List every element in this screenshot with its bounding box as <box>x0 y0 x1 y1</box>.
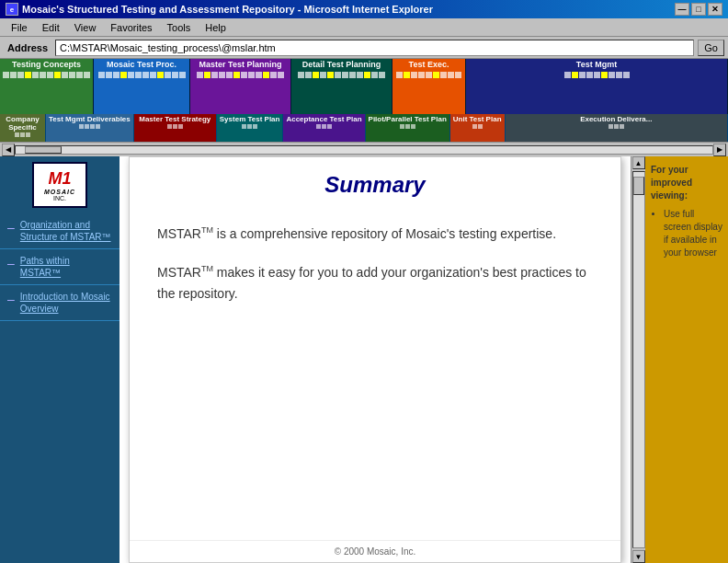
right-panel-list: Use full screen display if available in … <box>651 208 722 259</box>
mosaic-logo: M1 MOSAIC INC. <box>32 162 87 208</box>
nav-master-test-planning[interactable]: Master Test Planning <box>190 59 291 114</box>
app-icon: e <box>6 3 18 16</box>
menu-tools[interactable]: Tools <box>160 20 199 35</box>
right-panel-title: For your improved viewing: <box>651 165 692 201</box>
nav2-label-2: Master Test Strategy <box>139 116 210 124</box>
window-controls[interactable]: — □ ✕ <box>675 3 722 16</box>
window-title: Mosaic's Structured Testing and Assessme… <box>22 4 433 15</box>
sidebar-nav: – Organization and Structure of MSTAR™ –… <box>0 213 119 563</box>
sidebar: M1 MOSAIC INC. – Organization and Struct… <box>0 156 119 563</box>
nav2-acceptance-test-plan[interactable]: Acceptance Test Plan <box>283 114 365 142</box>
vertical-scrollbar: ▲ ▼ <box>631 156 645 563</box>
sidebar-bullet-2: – <box>7 292 15 306</box>
summary-mstar-1: MSTAR <box>157 265 201 280</box>
nav2-label-0: CompanySpecific <box>6 116 39 132</box>
summary-para-1: MSTARTM makes it easy for you to add you… <box>157 262 593 304</box>
nav-label-2: Master Test Planning <box>199 61 282 70</box>
nav2-label-1: Test Mgmt Deliverables <box>49 116 131 124</box>
summary-overlay: Summary MSTARTM is a comprehensive repos… <box>129 156 621 563</box>
nav2-label-5: Pilot/Parallel Test Plan <box>369 116 447 124</box>
summary-body: MSTARTM is a comprehensive repository of… <box>130 213 620 540</box>
close-button[interactable]: ✕ <box>708 3 722 16</box>
nav2-system-test-plan[interactable]: System Test Plan <box>217 114 284 142</box>
sub-nav-toolbar: CompanySpecific Test Mgmt Deliverables M… <box>0 114 728 142</box>
horizontal-scrollbar: ◀ ▶ <box>0 142 728 156</box>
menu-view[interactable]: View <box>67 20 104 35</box>
mosaic-logo-sub: INC. <box>53 195 66 201</box>
summary-tm-0: TM <box>201 225 213 235</box>
main-area: M1 MOSAIC INC. – Organization and Struct… <box>0 156 728 563</box>
process-nav-toolbar: Testing Concepts Mosaic Test Proc. Maste… <box>0 59 728 114</box>
scroll-track[interactable] <box>15 145 713 155</box>
nav-label-1: Mosaic Test Proc. <box>107 61 176 70</box>
right-panel-item-0: Use full screen display if available in … <box>664 208 722 259</box>
scroll-right-arrow[interactable]: ▶ <box>713 144 726 156</box>
nav-label-0: Testing Concepts <box>12 61 81 70</box>
nav2-label-7: Execution Delivera... <box>580 116 652 124</box>
summary-para-0: MSTARTM is a comprehensive repository of… <box>157 224 593 244</box>
right-panel-text: For your improved viewing: <box>651 164 722 202</box>
sidebar-item-introduction[interactable]: – Introduction to Mosaic Overview <box>0 285 119 321</box>
sidebar-item-paths[interactable]: – Paths within MSTAR™ <box>0 249 119 285</box>
scroll-left-arrow[interactable]: ◀ <box>2 144 15 156</box>
summary-text-1: makes it easy for you to add your organi… <box>157 265 586 300</box>
nav-dots-3 <box>298 72 385 78</box>
nav-dots-2 <box>197 72 284 78</box>
nav-test-mgmt[interactable]: Test Mgmt <box>466 59 728 114</box>
scroll-up-arrow[interactable]: ▲ <box>632 156 645 169</box>
nav2-execution-deliverables[interactable]: Execution Delivera... <box>506 114 728 142</box>
nav2-label-6: Unit Test Plan <box>453 116 502 124</box>
sidebar-item-label-1: Paths within MSTAR™ <box>20 255 112 279</box>
nav-dots-4 <box>396 72 461 78</box>
nav-label-4: Test Exec. <box>409 61 449 70</box>
nav-mosaic-test-proc[interactable]: Mosaic Test Proc. <box>94 59 190 114</box>
content-area: Mosaic's Structured Testing and Assessme… <box>119 156 631 563</box>
scroll-down-arrow[interactable]: ▼ <box>632 550 645 563</box>
scroll-thumb[interactable] <box>25 146 62 154</box>
right-panel: For your improved viewing: Use full scre… <box>645 156 728 563</box>
scrollbar-track[interactable] <box>632 171 645 548</box>
nav2-label-3: System Test Plan <box>220 116 280 124</box>
nav-test-exec[interactable]: Test Exec. <box>392 59 466 114</box>
nav-dots-5 <box>564 72 630 78</box>
nav2-pilot-parallel[interactable]: Pilot/Parallel Test Plan <box>366 114 450 142</box>
title-bar: e Mosaic's Structured Testing and Assess… <box>0 0 728 18</box>
menu-bar: File Edit View Favorites Tools Help <box>0 18 728 37</box>
summary-tm-1: TM <box>201 265 213 274</box>
menu-edit[interactable]: Edit <box>35 20 67 35</box>
nav-testing-concepts[interactable]: Testing Concepts <box>0 59 94 114</box>
minimize-button[interactable]: — <box>675 3 689 16</box>
nav2-label-4: Acceptance Test Plan <box>286 116 361 124</box>
summary-title: Summary <box>130 157 620 213</box>
sidebar-item-organization[interactable]: – Organization and Structure of MSTAR™ <box>0 213 119 249</box>
summary-text-0: is a comprehensive repository of Mosaic'… <box>213 226 556 241</box>
address-bar: Address Go <box>0 37 728 59</box>
summary-footer: © 2000 Mosaic, Inc. <box>130 540 620 562</box>
sidebar-bullet-0: – <box>7 220 15 235</box>
maximize-button[interactable]: □ <box>691 3 706 16</box>
nav2-test-mgmt-deliverables[interactable]: Test Mgmt Deliverables <box>46 114 134 142</box>
content-scroll: Mosaic's Structured Testing and Assessme… <box>119 156 631 563</box>
nav-detail-test-planning[interactable]: Detail Test Planning <box>291 59 392 114</box>
sidebar-item-label-2: Introduction to Mosaic Overview <box>20 291 112 315</box>
menu-favorites[interactable]: Favorites <box>103 20 159 35</box>
sidebar-logo: M1 MOSAIC INC. <box>0 156 119 213</box>
nav-dots-1 <box>98 72 186 78</box>
go-button[interactable]: Go <box>698 40 724 56</box>
nav-dots-0 <box>3 72 90 78</box>
address-input[interactable] <box>55 40 694 56</box>
nav-label-5: Test Mgmt <box>576 61 617 70</box>
menu-file[interactable]: File <box>4 20 35 35</box>
scrollbar-thumb[interactable] <box>633 177 644 195</box>
summary-mstar-0: MSTAR <box>157 226 201 241</box>
address-label: Address <box>4 42 51 53</box>
nav-label-3: Detail Test Planning <box>302 61 381 70</box>
nav2-unit-test-plan[interactable]: Unit Test Plan <box>450 114 506 142</box>
menu-help[interactable]: Help <box>198 20 233 35</box>
nav2-company-specific[interactable]: CompanySpecific <box>0 114 46 142</box>
nav2-master-test-strategy[interactable]: Master Test Strategy <box>134 114 217 142</box>
sidebar-item-label-0: Organization and Structure of MSTAR™ <box>20 219 112 243</box>
sidebar-bullet-1: – <box>7 256 15 270</box>
